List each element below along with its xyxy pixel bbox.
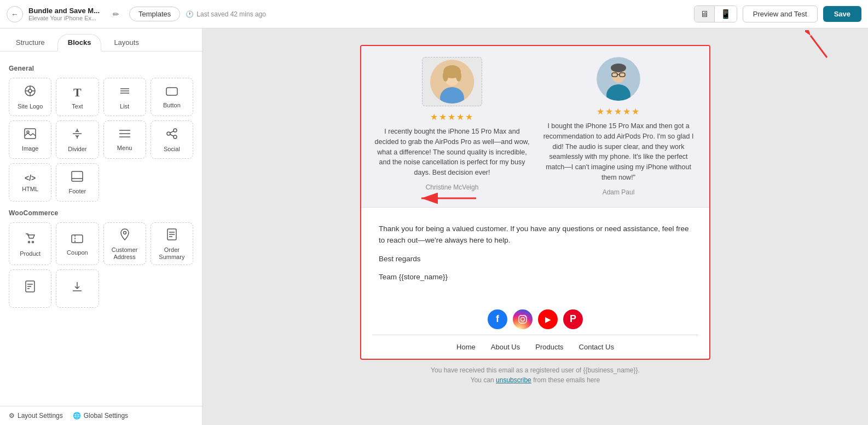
coupon-icon: [71, 233, 83, 246]
global-settings-button[interactable]: 🌐 Global Settings: [73, 412, 128, 420]
list-icon: [119, 85, 131, 100]
block-text-label: Text: [72, 103, 83, 110]
nav-about[interactable]: About Us: [491, 343, 520, 351]
social-icon: [166, 128, 178, 142]
avatar-2: [597, 57, 640, 101]
block-html[interactable]: </> HTML: [9, 163, 51, 202]
svg-point-18: [173, 129, 177, 132]
desktop-view-button[interactable]: 🖥: [695, 6, 715, 22]
button-icon: [166, 86, 178, 99]
block-product[interactable]: Product: [9, 222, 51, 265]
block-notes[interactable]: [9, 269, 51, 308]
svg-point-19: [167, 132, 170, 135]
svg-rect-9: [166, 88, 177, 95]
block-footer[interactable]: Footer: [56, 163, 99, 202]
unsubscribe-link[interactable]: unsubscribe: [496, 376, 531, 384]
image-icon: [24, 128, 36, 142]
preview-button[interactable]: Preview and Test: [743, 5, 818, 22]
below-email: You have received this email as a regist…: [360, 360, 710, 386]
block-image[interactable]: Image: [9, 120, 51, 159]
block-button-label: Button: [163, 102, 181, 109]
svg-point-26: [32, 241, 34, 243]
block-order-summary[interactable]: Order Summary: [151, 222, 193, 265]
layout-settings-label: Layout Settings: [18, 412, 63, 420]
footer-nav: Home About Us Products Contact Us: [361, 335, 709, 359]
layout-settings-button[interactable]: ⚙ Layout Settings: [9, 412, 63, 420]
svg-rect-10: [25, 129, 36, 139]
instagram-icon[interactable]: [513, 309, 533, 329]
panel-footer: ⚙ Layout Settings 🌐 Global Settings: [0, 406, 202, 425]
divider-icon: [71, 128, 83, 142]
mobile-view-button[interactable]: 📱: [715, 6, 737, 22]
globe-icon: 🌐: [73, 412, 81, 420]
tab-structure[interactable]: Structure: [5, 34, 55, 51]
customer-address-icon: [120, 228, 130, 243]
page-title-main: Bundle and Save M...: [28, 7, 100, 15]
notes-icon: [25, 280, 35, 295]
svg-rect-27: [72, 235, 83, 243]
blocks-scroll: General Site Logo: [0, 51, 202, 406]
testimonial-text-1: I recently bought the iPhone 15 Pro Max …: [374, 127, 530, 178]
block-menu[interactable]: Menu: [103, 120, 146, 159]
youtube-icon[interactable]: ▶: [538, 309, 558, 329]
block-button[interactable]: Button: [151, 78, 193, 116]
canvas-area: ★★★★★ I recently bought the iPhone 15 Pr…: [202, 28, 868, 425]
block-divider[interactable]: Divider: [56, 120, 99, 159]
svg-point-25: [28, 241, 30, 243]
global-settings-label: Global Settings: [84, 412, 128, 420]
left-panel: Structure Blocks Layouts General: [0, 28, 202, 425]
block-social[interactable]: Social: [151, 120, 193, 159]
svg-point-51: [456, 71, 461, 82]
facebook-icon[interactable]: f: [488, 309, 507, 329]
back-button[interactable]: ←: [7, 6, 23, 22]
block-text[interactable]: T Text: [56, 78, 99, 116]
email-preview: ★★★★★ I recently bought the iPhone 15 Pr…: [360, 45, 710, 360]
unsubscribe-line: You can unsubscribe from these emails he…: [360, 376, 710, 384]
stars-1: ★★★★★: [430, 112, 474, 122]
testimonial-text-2: I bought the iPhone 15 Pro Max and then …: [541, 121, 696, 183]
block-order-summary-label: Order Summary: [153, 246, 190, 261]
general-section-label: General: [9, 65, 193, 72]
avatar-placeholder-1: [422, 57, 482, 106]
menu-icon: [119, 129, 131, 141]
woocommerce-blocks-grid: Product Coupon: [9, 222, 193, 308]
templates-button[interactable]: Templates: [129, 7, 180, 21]
nav-products[interactable]: Products: [535, 343, 563, 351]
clock-icon: 🕐: [186, 10, 194, 18]
block-social-label: Social: [164, 146, 180, 153]
svg-rect-23: [72, 171, 83, 181]
svg-point-29: [123, 232, 126, 234]
back-icon: ←: [11, 10, 19, 19]
footer-icon: [71, 171, 83, 185]
svg-point-56: [611, 64, 626, 72]
block-menu-label: Menu: [117, 145, 132, 152]
tab-blocks[interactable]: Blocks: [57, 34, 102, 51]
block-list[interactable]: List: [103, 78, 146, 116]
svg-point-20: [173, 135, 177, 139]
nav-home[interactable]: Home: [456, 343, 476, 351]
gear-icon: ⚙: [9, 412, 15, 420]
block-site-logo[interactable]: Site Logo: [9, 78, 51, 116]
edit-button[interactable]: ✏: [108, 7, 124, 22]
nav-contact[interactable]: Contact Us: [579, 343, 614, 351]
social-icons-row: f ▶ P: [361, 301, 709, 335]
html-icon: </>: [25, 174, 36, 182]
pinterest-icon[interactable]: P: [563, 309, 583, 329]
block-download[interactable]: [56, 269, 99, 308]
text-icon: T: [73, 85, 82, 100]
block-list-label: List: [120, 103, 129, 110]
order-summary-icon: [167, 228, 177, 243]
block-coupon[interactable]: Coupon: [56, 222, 99, 265]
block-customer-address[interactable]: Customer Address: [103, 222, 146, 265]
save-status: 🕐 Last saved 42 mins ago: [186, 10, 266, 18]
svg-line-22: [170, 135, 173, 136]
tab-row: Structure Blocks Layouts: [0, 28, 202, 51]
save-button[interactable]: Save: [823, 6, 861, 22]
block-coupon-label: Coupon: [67, 249, 88, 256]
page-title-group: Bundle and Save M... Elevate Your iPhone…: [28, 7, 100, 21]
footer-text-prefix: You have received this email as a regist…: [431, 366, 640, 374]
testimonial-card-2: ★★★★★ I bought the iPhone 15 Pro Max and…: [541, 57, 696, 196]
tab-layouts[interactable]: Layouts: [103, 34, 149, 51]
regards-text: Best regards: [379, 253, 692, 265]
email-text-section: Thank you for being a valued customer. I…: [361, 207, 709, 301]
